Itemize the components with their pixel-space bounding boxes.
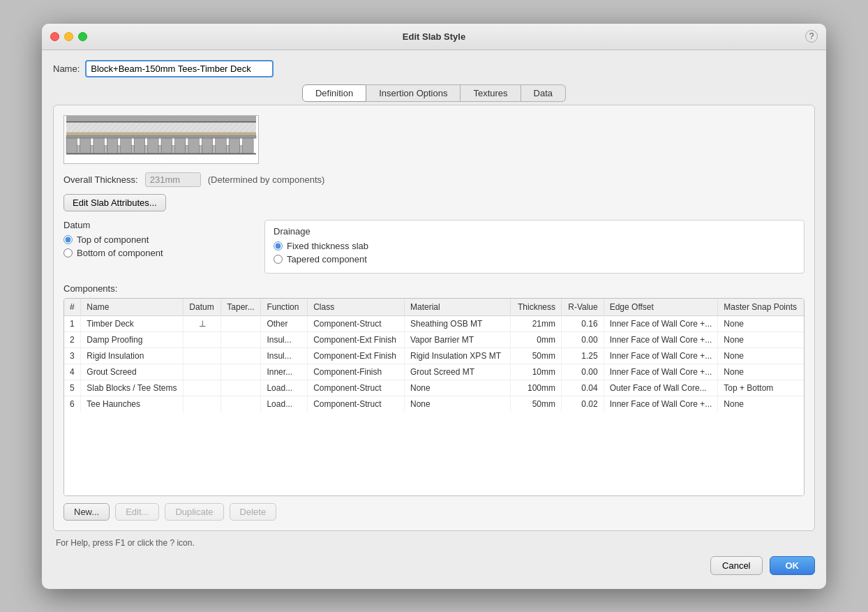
- cell-num: 6: [64, 396, 81, 412]
- cell-function: Load...: [261, 380, 308, 396]
- cell-datum: [184, 348, 221, 364]
- slab-preview-svg: [64, 116, 258, 163]
- cell-taper: [221, 315, 261, 331]
- cell-taper: [221, 396, 261, 412]
- footer-row: Cancel OK: [53, 551, 815, 578]
- cell-rvalue: 1.25: [562, 348, 604, 364]
- table-row[interactable]: 5 Slab Blocks / Tee Stems Load... Compon…: [64, 380, 804, 396]
- drainage-group: Drainage Fixed thickness slab Tapered co…: [264, 220, 805, 274]
- action-buttons-row: New... Edit... Duplicate Delete: [63, 503, 805, 521]
- cell-material: None: [404, 396, 510, 412]
- cell-edge: Outer Face of Wall Core...: [604, 380, 718, 396]
- cell-snap: Top + Bottom: [718, 380, 804, 396]
- datum-bottom-radio[interactable]: [63, 248, 73, 258]
- cell-name: Timber Deck: [81, 315, 184, 331]
- cell-num: 4: [64, 364, 81, 380]
- cell-class: Component-Ext Finish: [308, 348, 405, 364]
- help-button[interactable]: ?: [805, 30, 818, 43]
- datum-top-radio[interactable]: [63, 235, 73, 244]
- delete-button[interactable]: Delete: [230, 503, 277, 521]
- cell-snap: None: [718, 348, 804, 364]
- edit-slab-style-window: Edit Slab Style ? Name: Definition Inser…: [42, 24, 826, 589]
- cancel-button[interactable]: Cancel: [710, 556, 762, 575]
- cell-thickness: 100mm: [511, 380, 562, 396]
- titlebar: Edit Slab Style ?: [42, 24, 826, 50]
- table-row[interactable]: 2 Damp Proofing Insul... Component-Ext F…: [64, 331, 804, 348]
- name-label: Name:: [53, 64, 80, 74]
- svg-rect-39: [66, 116, 256, 163]
- table-row[interactable]: 3 Rigid Insulation Insul... Component-Ex…: [64, 348, 804, 364]
- thickness-label: Overall Thickness:: [63, 174, 138, 185]
- thickness-note: (Determined by components): [208, 174, 325, 185]
- cell-class: Component-Ext Finish: [308, 331, 405, 348]
- cell-datum: [184, 331, 221, 348]
- maximize-button[interactable]: [78, 32, 87, 41]
- drainage-fixed-radio[interactable]: [274, 241, 283, 251]
- cell-class: Component-Finish: [308, 364, 405, 380]
- cell-function: Other: [261, 315, 308, 331]
- cell-datum: [184, 396, 221, 412]
- duplicate-button[interactable]: Duplicate: [165, 503, 223, 521]
- help-bar: For Help, press F1 or click the ? icon.: [53, 531, 815, 551]
- edit-button[interactable]: Edit...: [115, 503, 159, 521]
- cell-function: Load...: [261, 396, 308, 412]
- cell-datum: ⊥: [184, 315, 221, 331]
- datum-bottom-row: Bottom of component: [63, 248, 244, 258]
- col-header-edge: Edge Offset: [604, 299, 718, 316]
- cell-num: 2: [64, 331, 81, 348]
- table-row[interactable]: 6 Tee Haunches Load... Component-Struct …: [64, 396, 804, 412]
- cell-thickness: 50mm: [511, 348, 562, 364]
- col-header-thickness: Thickness: [511, 299, 562, 316]
- col-header-class: Class: [308, 299, 405, 316]
- tab-insertion-options[interactable]: Insertion Options: [366, 84, 461, 102]
- drainage-title: Drainage: [274, 226, 795, 237]
- thickness-input: [145, 172, 201, 187]
- drainage-tapered-radio[interactable]: [274, 255, 283, 264]
- tab-textures[interactable]: Textures: [461, 84, 521, 102]
- cell-function: Insul...: [261, 331, 308, 348]
- cell-material: Vapor Barrier MT: [404, 331, 510, 348]
- window-title: Edit Slab Style: [403, 31, 465, 42]
- new-button[interactable]: New...: [63, 503, 110, 521]
- datum-top-label: Top of component: [77, 234, 149, 245]
- cell-snap: None: [718, 315, 804, 331]
- cell-num: 1: [64, 315, 81, 331]
- dialog-content: Name: Definition Insertion Options Textu…: [42, 50, 826, 589]
- col-header-name: Name: [81, 299, 184, 316]
- drainage-fixed-label: Fixed thickness slab: [287, 241, 368, 251]
- cell-edge: Inner Face of Wall Core +...: [604, 364, 718, 380]
- components-tbody: 1 Timber Deck ⊥ Other Component-Struct S…: [64, 315, 804, 412]
- drainage-fixed-row: Fixed thickness slab: [274, 241, 795, 251]
- cell-material: None: [404, 380, 510, 396]
- cell-snap: None: [718, 364, 804, 380]
- cell-snap: None: [718, 331, 804, 348]
- cell-class: Component-Struct: [308, 315, 405, 331]
- col-header-taper: Taper...: [221, 299, 261, 316]
- col-header-snap: Master Snap Points: [718, 299, 804, 316]
- cell-taper: [221, 364, 261, 380]
- name-input[interactable]: [85, 60, 274, 77]
- components-table: # Name Datum Taper... Function Class Mat…: [64, 299, 804, 412]
- cell-thickness: 10mm: [511, 364, 562, 380]
- close-button[interactable]: [50, 32, 59, 41]
- cell-snap: None: [718, 396, 804, 412]
- table-row[interactable]: 1 Timber Deck ⊥ Other Component-Struct S…: [64, 315, 804, 331]
- slab-preview-box: [63, 115, 259, 164]
- cell-thickness: 50mm: [511, 396, 562, 412]
- col-header-num: #: [64, 299, 81, 316]
- tabs-row: Definition Insertion Options Textures Da…: [53, 84, 815, 102]
- table-spacer: [64, 412, 804, 495]
- minimize-button[interactable]: [64, 32, 73, 41]
- components-label: Components:: [63, 283, 805, 294]
- tab-definition[interactable]: Definition: [302, 84, 366, 102]
- edit-slab-attributes-button[interactable]: Edit Slab Attributes...: [63, 194, 166, 211]
- components-table-wrapper: # Name Datum Taper... Function Class Mat…: [63, 298, 805, 496]
- tab-data[interactable]: Data: [521, 84, 566, 102]
- ok-button[interactable]: OK: [770, 556, 816, 575]
- table-row[interactable]: 4 Grout Screed Inner... Component-Finish…: [64, 364, 804, 380]
- titlebar-controls: [50, 32, 87, 41]
- datum-bottom-label: Bottom of component: [77, 248, 163, 258]
- cell-taper: [221, 380, 261, 396]
- cell-datum: [184, 364, 221, 380]
- cell-rvalue: 0.00: [562, 364, 604, 380]
